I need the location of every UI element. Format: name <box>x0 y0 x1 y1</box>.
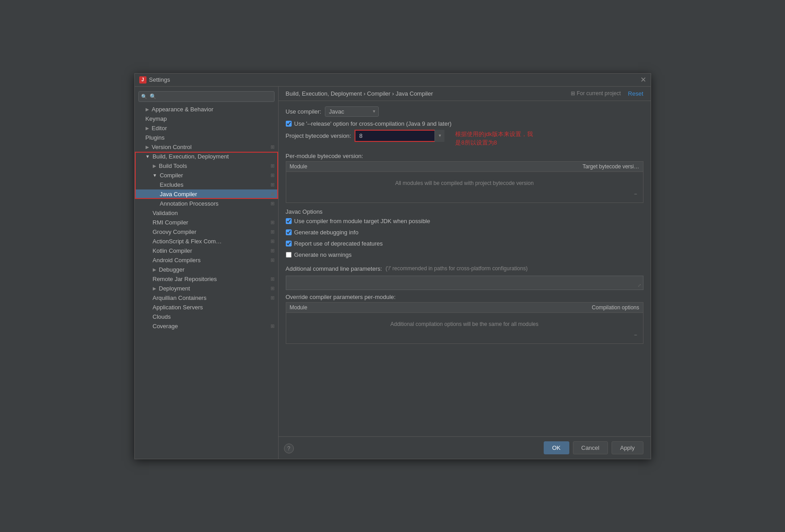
override-minus-button[interactable]: － <box>633 331 639 339</box>
override-module-col: Module <box>286 303 465 312</box>
search-box[interactable]: 🔍 <box>138 91 275 102</box>
sidebar-item-label: Appearance & Behavior <box>152 106 213 113</box>
sidebar-item-deployment[interactable]: ▶ Deployment ⊞ <box>135 284 278 293</box>
sync-icon: ⊞ <box>271 182 275 188</box>
sidebar-item-arquillian[interactable]: Arquillian Containers ⊞ <box>135 293 278 303</box>
sidebar-item-label: Arquillian Containers <box>153 295 207 301</box>
search-input[interactable] <box>138 91 275 102</box>
sidebar-item-actionscript[interactable]: ActionScript & Flex Com… ⊞ <box>135 237 278 246</box>
breadcrumb: Build, Execution, Deployment › Compiler … <box>279 87 651 101</box>
additional-params-hint: ('/' recommended in paths for cross-plat… <box>386 265 528 272</box>
annotation-text: 根据使用的jdk版本来设置，我 是8所以设置为8 <box>455 130 533 147</box>
override-table: Module Compilation options Additional co… <box>286 302 643 344</box>
bytecode-input-wrapper[interactable]: ▼ <box>355 130 444 142</box>
release-option-label: Use '--release' option for cross-compila… <box>294 120 452 127</box>
sidebar-item-editor[interactable]: ▶ Editor <box>135 123 278 133</box>
option2-row[interactable]: Generate debugging info <box>286 229 643 236</box>
sidebar-item-excludes[interactable]: Excludes ⊞ <box>135 180 278 189</box>
use-compiler-label: Use compiler: <box>286 108 321 115</box>
sidebar-item-version-control[interactable]: ▶ Version Control ⊞ <box>135 142 278 152</box>
collapse-icon: ▶ <box>146 126 149 131</box>
sidebar-item-java-compiler[interactable]: Java Compiler ⊞ <box>135 189 278 199</box>
override-label: Override compiler parameters per-module: <box>286 294 643 300</box>
sidebar-item-annotation-processors[interactable]: Annotation Processors ⊞ <box>135 199 278 208</box>
minus-button[interactable]: － <box>633 190 639 198</box>
option1-checkbox[interactable] <box>286 218 292 224</box>
breadcrumb-right: ⊞ For current project Reset <box>571 90 643 97</box>
sidebar-item-build-tools[interactable]: ▶ Build Tools ⊞ <box>135 161 278 171</box>
additional-params-row: Additional command line parameters: ('/'… <box>286 265 643 272</box>
sidebar-item-keymap[interactable]: Keymap <box>135 114 278 123</box>
sidebar-item-appearance[interactable]: ▶ Appearance & Behavior <box>135 105 278 114</box>
compiler-select[interactable]: Javac <box>325 106 379 117</box>
sync-icon: ⊞ <box>271 172 275 178</box>
sidebar-item-clouds[interactable]: Clouds <box>135 312 278 321</box>
sidebar-item-kotlin-compiler[interactable]: Kotlin Compiler ⊞ <box>135 246 278 255</box>
target-col-header: Target bytecode versi… <box>465 162 643 171</box>
sidebar-item-coverage[interactable]: Coverage ⊞ <box>135 321 278 331</box>
reset-button[interactable]: Reset <box>628 90 643 97</box>
sidebar-item-groovy-compiler[interactable]: Groovy Compiler ⊞ <box>135 227 278 237</box>
option3-row[interactable]: Report use of deprecated features <box>286 240 643 247</box>
sidebar-item-label: Version Control <box>152 144 192 150</box>
main-panel: Build, Execution, Deployment › Compiler … <box>279 87 651 459</box>
sidebar-item-android-compilers[interactable]: Android Compilers ⊞ <box>135 255 278 265</box>
ok-button[interactable]: OK <box>544 441 569 454</box>
sidebar-item-remote-jar[interactable]: Remote Jar Repositories ⊞ <box>135 274 278 284</box>
release-option-row[interactable]: Use '--release' option for cross-compila… <box>286 120 643 127</box>
settings-dialog: J Settings ✕ 🔍 ▶ Appearance & Behavior K… <box>134 73 651 459</box>
additional-params-input[interactable]: ⤢ <box>286 276 643 290</box>
settings-panel: Use compiler: Javac Use '--release' opti… <box>279 101 651 436</box>
per-module-table-header: Module Target bytecode versi… <box>286 162 643 172</box>
override-hint: Additional compilation options will be t… <box>291 317 639 331</box>
sidebar-item-validation[interactable]: Validation <box>135 208 278 218</box>
override-table-body: Additional compilation options will be t… <box>286 313 643 343</box>
sidebar-item-label: Editor <box>152 125 167 132</box>
close-button[interactable]: ✕ <box>640 76 646 84</box>
sidebar-item-label: Plugins <box>146 134 165 141</box>
collapse-icon: ▶ <box>146 145 149 149</box>
sidebar-item-plugins[interactable]: Plugins <box>135 133 278 142</box>
override-options-col: Compilation options <box>465 303 643 312</box>
bytecode-row: Project bytecode version: ▼ <box>286 130 445 142</box>
option4-label: Generate no warnings <box>294 251 352 258</box>
sidebar-item-label: Application Servers <box>153 304 203 311</box>
release-checkbox[interactable] <box>286 121 292 127</box>
sidebar-item-label: Android Compilers <box>153 257 201 264</box>
annotation-line2: 是8所以设置为8 <box>455 138 533 147</box>
expand-icon: ⤢ <box>638 283 641 288</box>
sidebar-item-label: Coverage <box>153 323 178 330</box>
sidebar-item-label: Clouds <box>153 313 171 320</box>
per-module-label: Per-module bytecode version: <box>286 153 643 159</box>
help-button[interactable]: ? <box>284 444 294 453</box>
sync-icon: ⊞ <box>271 201 275 207</box>
title-bar-left: J Settings <box>139 76 170 84</box>
collapse-icon: ▶ <box>153 286 156 291</box>
cancel-button[interactable]: Cancel <box>573 441 608 454</box>
javac-options-group: Use compiler from module target JDK when… <box>286 218 643 261</box>
sidebar-item-rmi-compiler[interactable]: RMI Compiler ⊞ <box>135 218 278 227</box>
option2-checkbox[interactable] <box>286 229 292 235</box>
sync-icon: ⊞ <box>271 257 275 263</box>
compiler-select-wrapper[interactable]: Javac <box>325 106 379 117</box>
sidebar-item-label: Deployment <box>159 285 190 292</box>
sidebar-item-compiler[interactable]: ▼ Compiler ⊞ <box>135 171 278 180</box>
per-module-table: Module Target bytecode versi… All module… <box>286 161 643 203</box>
sidebar-item-debugger[interactable]: ▶ Debugger <box>135 265 278 274</box>
option3-checkbox[interactable] <box>286 241 292 246</box>
sidebar-item-app-servers[interactable]: Application Servers <box>135 303 278 312</box>
override-table-header: Module Compilation options <box>286 303 643 313</box>
option4-row[interactable]: Generate no warnings <box>286 251 643 258</box>
bytecode-dropdown-button[interactable]: ▼ <box>435 130 444 142</box>
sidebar-item-label: Groovy Compiler <box>153 229 197 235</box>
option4-checkbox[interactable] <box>286 252 292 258</box>
option1-row[interactable]: Use compiler from module target JDK when… <box>286 218 643 224</box>
sidebar-item-label: Excludes <box>160 181 184 188</box>
additional-params-label: Additional command line parameters: <box>286 265 382 272</box>
apply-button[interactable]: Apply <box>612 441 643 454</box>
breadcrumb-path: Build, Execution, Deployment › Compiler … <box>286 90 433 97</box>
main-content: 🔍 ▶ Appearance & Behavior Keymap ▶ Edito… <box>135 87 651 459</box>
sidebar-item-build-exec[interactable]: ▼ Build, Execution, Deployment <box>135 152 278 161</box>
bytecode-input[interactable] <box>355 130 444 142</box>
search-icon: 🔍 <box>141 93 147 99</box>
